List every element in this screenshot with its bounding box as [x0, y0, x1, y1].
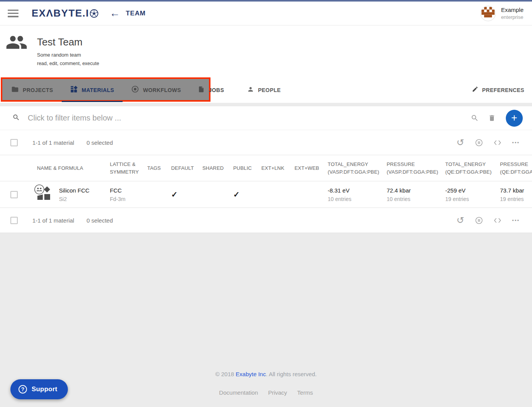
select-all-checkbox[interactable] — [10, 139, 18, 146]
column-header-public: PUBLIC — [226, 164, 254, 172]
tab-preferences-label: PREFERENCES — [482, 87, 524, 93]
table-toolbar-bottom: 1-1 of 1 material 0 selected ↺ ••• — [0, 208, 532, 233]
selected-count: 0 selected — [86, 139, 113, 146]
page-title: TEAM — [126, 10, 145, 17]
team-name: Test Team — [37, 36, 99, 48]
person-icon — [247, 86, 254, 94]
avatar[interactable] — [480, 6, 496, 21]
filter-input[interactable] — [28, 114, 471, 122]
material-set-icon — [33, 184, 53, 205]
table-toolbar-top: 1-1 of 1 material 0 selected ↺ ••• — [0, 130, 532, 155]
support-button[interactable]: ? Support — [10, 379, 68, 399]
filter-bar: + — [0, 106, 532, 130]
search-action-icon[interactable] — [471, 114, 479, 122]
toolbar-actions-bottom: ↺ ••• — [456, 216, 532, 225]
lattice-cell: FCC Fd-3m — [102, 187, 140, 202]
materials-blocks-icon — [70, 85, 78, 95]
more-options-icon[interactable]: ••• — [512, 140, 520, 146]
company-link[interactable]: Exabyte Inc — [236, 371, 266, 377]
logo-ball-icon — [89, 9, 99, 18]
tab-materials[interactable]: MATERIALS — [62, 77, 123, 103]
code-icon[interactable] — [494, 218, 501, 223]
logo-text: EXΛBYTE.I — [32, 7, 89, 19]
material-name: Silicon FCC — [59, 187, 89, 194]
symmetry-group: Fd-3m — [110, 196, 140, 202]
delete-icon[interactable] — [488, 114, 496, 122]
material-name-cell: Silicon FCC Si2 — [29, 184, 102, 205]
team-people-icon — [5, 33, 28, 77]
total-energy-qe-cell: -259 eV 19 entries — [438, 187, 492, 202]
column-header-pressure-vasp: PRESSURE(VASP.DFT:GGA:PBE) — [379, 161, 438, 176]
entity-tabs: PROJECTS MATERIALS — [3, 77, 232, 103]
filter-actions: + — [471, 110, 523, 127]
tab-materials-label: MATERIALS — [82, 87, 114, 93]
account-menu[interactable]: Example enterprise — [480, 6, 524, 21]
add-button[interactable]: + — [506, 110, 523, 127]
terms-link[interactable]: Terms — [297, 389, 313, 396]
column-header-lattice: LATTICE &SYMMETRY — [102, 161, 140, 176]
copyright-text: © 2018 Exabyte Inc. All rights reserved. — [0, 371, 532, 377]
tab-workflows-label: WORKFLOWS — [143, 87, 181, 93]
pressure-qe-cell: 73.7 kbar 19 entries — [492, 187, 532, 202]
lattice-type: FCC — [110, 187, 140, 194]
tab-projects[interactable]: PROJECTS — [3, 77, 62, 103]
exabyte-logo[interactable]: EXΛBYTE.I — [32, 7, 99, 19]
row-checkbox[interactable] — [10, 191, 18, 198]
undo-icon[interactable]: ↺ — [456, 216, 464, 225]
material-formula: Si2 — [59, 196, 89, 202]
default-cell: ✓ — [163, 190, 195, 199]
tab-bar: PROJECTS MATERIALS — [0, 77, 532, 103]
column-header-pressure-qe: PRESSURE(QE:DFT:GGA:PBE) — [492, 161, 532, 176]
column-header-total-energy-qe: TOTAL_ENERGY(QE:DFT:GGA:PBE) — [438, 161, 492, 176]
column-header-extlnk: EXT+LNK — [254, 164, 287, 172]
tab-projects-label: PROJECTS — [23, 87, 53, 93]
privacy-link[interactable]: Privacy — [268, 389, 287, 396]
column-header-tags: TAGS — [140, 164, 163, 172]
public-cell: ✓ — [226, 190, 254, 199]
app-header: EXΛBYTE.I ← TEAM — [0, 2, 532, 25]
documentation-link[interactable]: Documentation — [219, 389, 258, 396]
team-heading: Test Team Some random team read, edit, c… — [0, 25, 532, 77]
footer-links: Documentation Privacy Terms — [0, 389, 532, 396]
pause-icon[interactable] — [475, 216, 483, 224]
selected-count-bottom: 0 selected — [86, 217, 113, 224]
account-name: Example — [501, 7, 524, 13]
more-options-icon[interactable]: ••• — [512, 218, 520, 223]
total-energy-vasp-cell: -8.31 eV 10 entries — [320, 187, 379, 202]
identicon-image — [481, 7, 495, 20]
pause-icon[interactable] — [475, 139, 483, 147]
team-permissions: read, edit, comment, execute — [37, 61, 99, 66]
back-arrow-icon[interactable]: ← — [109, 8, 120, 18]
undo-icon[interactable]: ↺ — [456, 138, 464, 147]
toolbar-actions: ↺ ••• — [456, 138, 532, 147]
radio-target-icon — [131, 85, 139, 95]
section-divider — [0, 103, 532, 106]
team-description: Some random team — [37, 52, 99, 58]
tab-preferences[interactable]: PREFERENCES — [463, 77, 532, 103]
pressure-vasp-cell: 72.4 kbar 10 entries — [379, 187, 438, 202]
search-icon — [12, 114, 20, 123]
code-icon[interactable] — [494, 140, 501, 146]
folder-icon — [11, 85, 19, 95]
column-header-name: NAME & FORMULA — [29, 164, 102, 172]
select-all-checkbox-bottom[interactable] — [10, 217, 18, 224]
row-count: 1-1 of 1 material — [32, 139, 74, 146]
materials-panel: + 1-1 of 1 material 0 selected ↺ ••• — [0, 106, 532, 233]
column-header-extweb: EXT+WEB — [287, 164, 320, 172]
row-count-bottom: 1-1 of 1 material — [32, 217, 74, 224]
tab-jobs[interactable]: JOBS — [189, 77, 232, 103]
default-checkmark-icon: ✓ — [171, 190, 178, 199]
tab-jobs-label: JOBS — [209, 87, 224, 93]
table-row[interactable]: Silicon FCC Si2 FCC Fd-3m ✓ ✓ -8.31 eV 1… — [0, 181, 532, 208]
column-header-default: DEFAULT — [163, 164, 195, 172]
document-icon — [198, 85, 205, 95]
public-checkmark-icon: ✓ — [233, 190, 240, 199]
help-icon: ? — [19, 385, 27, 394]
tab-workflows[interactable]: WORKFLOWS — [123, 77, 189, 103]
column-header-total-energy-vasp: TOTAL_ENERGY(VASP.DFT:GGA:PBE) — [320, 161, 379, 176]
menu-icon[interactable] — [8, 10, 19, 17]
table-header-row: NAME & FORMULA LATTICE &SYMMETRY TAGS DE… — [0, 155, 532, 181]
account-plan: enterprise — [501, 14, 524, 20]
tab-people[interactable]: PEOPLE — [239, 77, 289, 103]
materials-table: NAME & FORMULA LATTICE &SYMMETRY TAGS DE… — [0, 155, 532, 208]
